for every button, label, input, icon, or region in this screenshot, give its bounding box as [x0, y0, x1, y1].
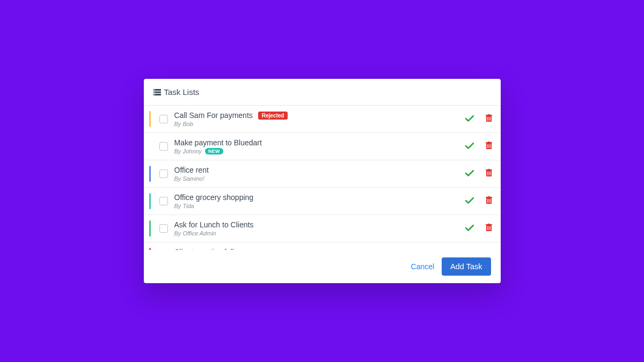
task-body: Ask for Lunch to Clients By Office Admin [174, 220, 459, 237]
svg-rect-4 [154, 92, 155, 92]
svg-rect-10 [488, 117, 489, 121]
row-actions [465, 142, 492, 151]
svg-rect-9 [487, 117, 488, 121]
task-title: Client meeting follow up [174, 248, 254, 250]
card-header: Task Lists [144, 79, 501, 105]
task-body: Office grocery shopping By Tida [174, 193, 459, 209]
task-author: By Office Admin [174, 230, 459, 237]
svg-rect-21 [487, 172, 488, 175]
svg-rect-11 [490, 117, 491, 121]
task-title: Office grocery shopping [174, 193, 254, 202]
task-row: Call Sam For payments Rejected By Bob [144, 106, 501, 133]
svg-rect-15 [487, 144, 488, 148]
rejected-badge: Rejected [258, 112, 288, 120]
svg-rect-27 [487, 199, 488, 203]
trash-icon[interactable] [486, 142, 492, 151]
row-actions [465, 196, 492, 206]
trash-icon[interactable] [486, 114, 492, 124]
task-checkbox[interactable] [159, 169, 168, 178]
task-body: Make payment to Bluedart By Johnny NEW [174, 138, 459, 154]
accent-bar [149, 248, 151, 250]
task-author: By Samino! [174, 175, 459, 182]
task-title: Call Sam For payments [174, 111, 253, 120]
svg-rect-28 [488, 199, 489, 203]
svg-rect-33 [487, 226, 488, 230]
accent-bar [149, 193, 151, 209]
task-row: Office rent By Samino! [144, 160, 501, 188]
svg-rect-14 [488, 142, 490, 143]
cancel-button[interactable]: Cancel [411, 262, 435, 271]
svg-rect-22 [488, 172, 489, 175]
task-checkbox[interactable] [159, 197, 168, 205]
task-row: Make payment to Bluedart By Johnny NEW [144, 133, 501, 160]
svg-rect-17 [490, 144, 491, 148]
task-body: Call Sam For payments Rejected By Bob [174, 111, 459, 127]
accent-bar [149, 138, 151, 154]
accent-bar [149, 220, 151, 237]
row-actions [465, 224, 492, 233]
svg-rect-5 [154, 94, 155, 95]
svg-rect-16 [488, 144, 489, 148]
task-author: By Johnny NEW [174, 148, 459, 154]
check-icon[interactable] [465, 114, 474, 124]
trash-icon[interactable] [486, 196, 492, 206]
svg-rect-29 [490, 199, 491, 203]
accent-bar [149, 166, 151, 182]
svg-rect-32 [488, 224, 490, 225]
trash-icon[interactable] [486, 169, 492, 179]
trash-icon[interactable] [486, 224, 492, 233]
add-task-button[interactable]: Add Task [442, 257, 491, 276]
task-checkbox[interactable] [159, 224, 168, 233]
task-body: Office rent By Samino! [174, 166, 459, 182]
card-footer: Cancel Add Task [144, 250, 501, 283]
check-icon[interactable] [465, 196, 474, 206]
task-scroll-area[interactable]: Call Sam For payments Rejected By Bob [144, 105, 501, 250]
row-actions [465, 169, 492, 179]
svg-rect-3 [154, 90, 155, 90]
task-row: Ask for Lunch to Clients By Office Admin [144, 215, 501, 242]
task-title: Office rent [174, 166, 209, 174]
task-row: Office grocery shopping By Tida [144, 188, 501, 215]
task-row: Client meeting follow up By Marco [144, 242, 501, 250]
svg-rect-23 [490, 172, 491, 175]
check-icon[interactable] [465, 142, 474, 151]
svg-rect-34 [488, 226, 489, 230]
row-actions [465, 114, 492, 124]
task-author: By Bob [174, 121, 459, 127]
svg-rect-20 [488, 169, 490, 170]
task-checkbox[interactable] [159, 142, 168, 151]
accent-bar [149, 111, 151, 127]
header-title: Task Lists [164, 87, 200, 97]
check-icon[interactable] [465, 169, 474, 179]
list-icon [153, 89, 161, 95]
svg-rect-26 [488, 196, 490, 197]
svg-rect-35 [490, 226, 491, 230]
task-checkbox[interactable] [159, 115, 168, 123]
task-body: Client meeting follow up By Marco [174, 248, 459, 250]
svg-rect-8 [488, 114, 490, 115]
task-title: Make payment to Bluedart [174, 138, 262, 147]
task-title: Ask for Lunch to Clients [174, 220, 254, 229]
task-author: By Tida [174, 203, 459, 209]
new-badge: NEW [205, 148, 223, 154]
check-icon[interactable] [465, 224, 474, 233]
task-list-card: Task Lists Call Sam For payments Rejecte… [144, 79, 501, 283]
